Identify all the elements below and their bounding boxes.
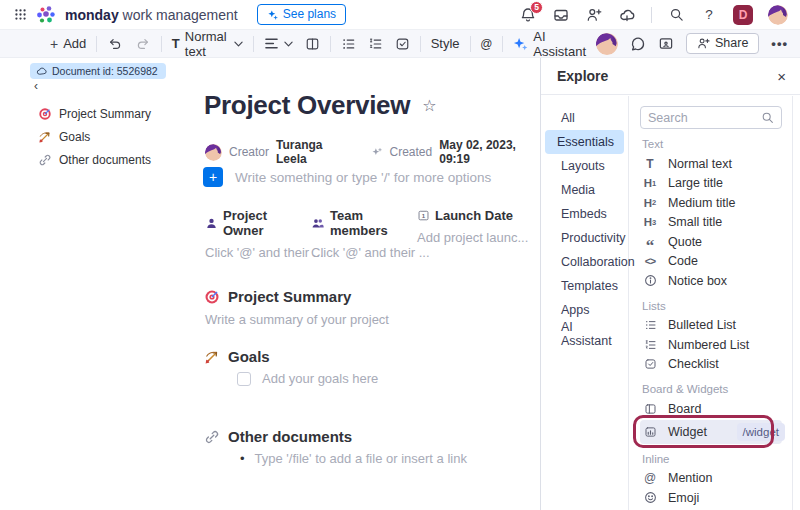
nav-item-embeds[interactable]: Embeds	[545, 202, 624, 226]
item-label: Widget	[668, 425, 707, 439]
help-button[interactable]: ?	[700, 6, 718, 24]
nav-item-templates[interactable]: Templates	[545, 274, 624, 298]
explore-item-quote[interactable]: Quote	[640, 232, 782, 252]
section-title[interactable]: Goals	[228, 348, 270, 365]
nav-item-layouts[interactable]: Layouts	[545, 154, 624, 178]
explore-item-small-title[interactable]: H3Small title	[640, 213, 782, 233]
text-style-T-icon: T	[172, 36, 180, 51]
mention-at-button[interactable]	[480, 37, 492, 51]
undo-button[interactable]	[107, 36, 123, 51]
product-title: monday work management	[65, 7, 238, 23]
column-hint[interactable]: Click '@' and their ...	[205, 245, 311, 260]
invite-members-button[interactable]	[585, 6, 603, 24]
person-plus-icon	[697, 37, 710, 50]
section-title[interactable]: Project Summary	[228, 288, 351, 305]
column-hint[interactable]: Add project launc...	[417, 230, 523, 245]
people-icon	[311, 217, 325, 230]
column-hint[interactable]: Click '@' and their ...	[311, 245, 417, 260]
redo-button[interactable]	[135, 36, 151, 51]
h1-icon: H1	[640, 177, 660, 189]
explore-panel: Explore × All Essentials Layouts Media E…	[540, 58, 800, 510]
see-plans-button[interactable]: See plans	[257, 4, 346, 25]
file-placeholder[interactable]: Type '/file' to add a file or insert a l…	[255, 451, 467, 466]
explore-item-numbered-list[interactable]: Numbered List	[640, 335, 782, 355]
quote-icon	[640, 239, 660, 245]
explore-content: Text Normal text H1Large title H2Medium …	[630, 96, 792, 510]
explore-item-emoji[interactable]: Emoji	[640, 488, 782, 508]
explore-item-widget[interactable]: Widget /widget	[640, 420, 782, 444]
explore-item-checklist[interactable]: Checklist	[640, 355, 782, 375]
nav-item-productivity[interactable]: Productivity	[545, 226, 624, 250]
explore-item-code[interactable]: Code	[640, 252, 782, 272]
more-options-button[interactable]: •••	[771, 36, 788, 51]
column-launch-date[interactable]: 1 Launch Date Add project launc...	[417, 208, 523, 260]
bulleted-list-button[interactable]	[341, 37, 356, 51]
numbered-list-icon	[640, 339, 660, 351]
target-icon	[38, 107, 52, 121]
inbox-icon	[553, 7, 569, 23]
item-label: Quote	[668, 235, 702, 249]
share-button[interactable]: Share	[686, 33, 759, 54]
search-input[interactable]	[648, 111, 761, 125]
link-icon	[204, 429, 220, 445]
item-label: Bulleted List	[668, 318, 736, 332]
column-project-owner[interactable]: Project Owner Click '@' and their ...	[205, 208, 311, 260]
column-team-members[interactable]: Team members Click '@' and their ...	[311, 208, 417, 260]
explore-item-bulleted-list[interactable]: Bulleted List	[640, 316, 782, 336]
section-other-documents: Other documents	[204, 428, 352, 445]
collapse-chevron-icon[interactable]: ‹	[34, 79, 38, 93]
search-box[interactable]	[640, 106, 782, 129]
nav-item-ai-assistant[interactable]: AI Assistant	[545, 322, 624, 346]
monday-logo[interactable]	[36, 5, 56, 25]
scrollbar-track[interactable]	[792, 96, 793, 510]
user-avatar[interactable]	[596, 33, 618, 55]
explore-item-mention[interactable]: Mention	[640, 469, 782, 489]
goal-checkbox[interactable]	[237, 372, 251, 386]
user-avatar[interactable]	[768, 5, 788, 25]
column-label: Project Owner	[223, 208, 311, 238]
editor-placeholder[interactable]: Write something or type '/' for more opt…	[235, 170, 491, 185]
document-id-badge[interactable]: Document id: 5526982	[30, 63, 166, 79]
close-icon[interactable]: ×	[777, 68, 786, 85]
group-label-text: Text	[642, 138, 782, 150]
explore-item-large-title[interactable]: H1Large title	[640, 174, 782, 194]
inbox-button[interactable]	[552, 6, 570, 24]
text-style-dropdown[interactable]: T Normal text	[172, 29, 243, 59]
columns-layout-button[interactable]	[305, 37, 320, 51]
sync-cloud-icon	[36, 66, 47, 77]
present-mode-button[interactable]	[658, 36, 674, 51]
goal-placeholder[interactable]: Add your goals here	[262, 371, 378, 386]
outline-item-other-documents[interactable]: Other documents	[38, 148, 151, 171]
add-block-button[interactable]: +	[203, 167, 223, 187]
nav-item-essentials[interactable]: Essentials	[545, 130, 624, 154]
numbered-list-button[interactable]	[368, 37, 383, 51]
outline-item-goals[interactable]: Goals	[38, 125, 151, 148]
add-button[interactable]: +Add	[50, 36, 86, 52]
workspace-tile[interactable]: D	[733, 5, 753, 25]
nav-item-media[interactable]: Media	[545, 178, 624, 202]
plus-icon: +	[50, 36, 58, 52]
apps-grid-icon[interactable]	[14, 8, 27, 21]
search-button[interactable]	[667, 6, 685, 24]
favorite-star-icon[interactable]: ☆	[422, 96, 436, 115]
section-title[interactable]: Other documents	[228, 428, 352, 445]
nav-item-all[interactable]: All	[545, 106, 624, 130]
editor-toolbar: +Add T Normal text Style AI	[0, 30, 800, 58]
explore-item-medium-title[interactable]: H2Medium title	[640, 193, 782, 213]
section-hint[interactable]: Write a summary of your project	[205, 312, 389, 327]
marketplace-button[interactable]	[618, 6, 636, 24]
notifications-button[interactable]: 5	[519, 6, 537, 24]
ai-assistant-button[interactable]: AI Assistant	[513, 29, 586, 59]
nav-item-apps[interactable]: Apps	[545, 298, 624, 322]
page-title[interactable]: Project Overview	[204, 90, 410, 121]
align-dropdown[interactable]	[264, 37, 293, 50]
explore-item-board[interactable]: Board	[640, 399, 782, 419]
explore-item-normal-text[interactable]: Normal text	[640, 154, 782, 174]
outline-item-project-summary[interactable]: Project Summary	[38, 102, 151, 125]
style-button[interactable]: Style	[431, 36, 460, 51]
section-goals: Goals	[204, 348, 270, 365]
explore-item-notice-box[interactable]: Notice box	[640, 271, 782, 291]
checklist-button[interactable]	[395, 37, 410, 51]
nav-item-collaboration[interactable]: Collaboration	[545, 250, 624, 274]
comments-button[interactable]	[630, 36, 646, 52]
